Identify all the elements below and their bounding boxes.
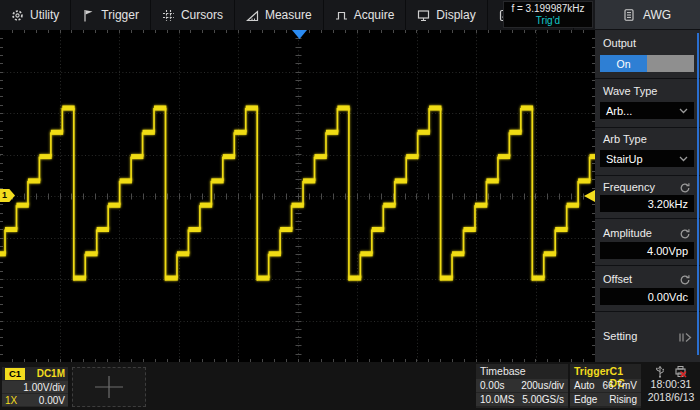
trigger-type: Edge [574,393,597,406]
gear-icon [11,9,24,22]
timebase-row2: 10.0MS 5.00GS/s [476,393,568,406]
chevron-down-icon [679,156,688,162]
menu-item-label: Measure [265,8,312,22]
amplitude-value-field[interactable]: 4.00Vpp [600,242,694,259]
separator [595,311,700,312]
frequency-counter: f = 3.199987kHz Trig'd [503,1,593,28]
output-toggle-on[interactable]: On [600,55,647,72]
output-toggle[interactable]: On [600,55,694,72]
menu-item-label: Cursors [181,8,223,22]
list-icon [624,9,634,21]
timebase-delay: 0.00s [480,379,504,392]
add-channel-box[interactable] [72,367,146,407]
channel1-probe: 1X [5,395,17,406]
menu-item-label: Display [436,8,475,22]
system-time: 18:00:31 [644,378,698,391]
amplitude-value: 4.00Vpp [647,245,688,257]
frequency-label: Frequency [603,181,655,193]
offset-label: Offset [603,273,632,285]
menu-item-label: Acquire [354,8,395,22]
expand-icon[interactable] [678,329,692,347]
menu-item-label: Trigger [101,8,139,22]
output-toggle-off[interactable] [647,55,694,72]
frequency-value-field[interactable]: 3.20kHz [600,195,694,212]
menu-item-utility[interactable]: Utility [0,0,71,30]
channel1-info-box[interactable]: C1 DC1M 1.00V/div 1X 0.00V [2,367,68,407]
trigger-box[interactable]: Trigger C1 DC Auto 66.7mV Edge Rising [570,364,641,408]
menu-item-trigger[interactable]: Trigger [71,0,151,30]
timebase-row1: 0.00s 200us/div [476,379,568,392]
status-bar: C1 DC1M 1.00V/div 1X 0.00V Timebase 0.00… [0,362,700,410]
offset-value: 0.00Vdc [648,291,688,303]
menu-item-display[interactable]: Display [406,0,487,30]
cursors-grid-icon [162,9,175,22]
arb-type-label: Arb Type [603,133,647,145]
channel1-coupling: DC1M [37,368,65,379]
arb-type-dropdown[interactable]: StairUp [600,150,694,167]
channel1-badge[interactable]: C1 [5,368,25,380]
usb-icon [655,365,665,378]
timebase-box[interactable]: Timebase 0.00s 200us/div 10.0MS 5.00GS/s [476,364,568,408]
system-info: 18:00:31 2018/6/13 [644,364,698,404]
counter-frequency: f = 3.199987kHz [511,3,584,15]
trigger-mode: Auto [574,379,595,392]
arb-type-value: StairUp [606,153,643,165]
channel1-scale-row: 1.00V/div [2,381,68,393]
trigger-level: 66.7mV [603,379,637,392]
menu-item-acquire[interactable]: Acquire [324,0,407,30]
wave-type-label: Wave Type [603,85,657,97]
awg-panel-header[interactable]: AWG [595,0,700,30]
menu-item-label: Utility [30,8,59,22]
awg-panel-title: AWG [643,8,671,22]
channel1-scale: 1.00V/div [23,382,65,393]
acquire-pulse-icon [335,9,348,22]
timebase-memory: 10.0MS [480,393,514,406]
timebase-title: Timebase [480,365,526,378]
channel1-header-row: C1 DC1M [2,367,68,380]
separator [595,78,700,79]
timebase-header: Timebase [476,364,568,378]
chevron-down-icon [679,108,688,114]
wave-type-value: Arb... [606,105,632,117]
output-label: Output [603,37,636,49]
setting-label[interactable]: Setting [603,330,637,342]
separator [595,175,700,176]
channel1-marker-label: 1 [2,190,7,200]
trigger-slope: Rising [609,393,637,406]
timebase-sample-rate: 5.00GS/s [522,393,564,406]
offset-value-field[interactable]: 0.00Vdc [600,288,694,305]
trigger-source: C1 DC [610,365,637,378]
channel1-offset: 0.00V [39,395,65,406]
separator [595,265,700,266]
trigger-title: Trigger [574,365,610,378]
channel1-offset-row: 1X 0.00V [2,394,68,406]
menu-item-measure[interactable]: Measure [235,0,324,30]
waveform-canvas [0,30,595,362]
trigger-header: Trigger C1 DC [570,364,641,378]
panel-scrollbar[interactable] [697,33,699,355]
separator [595,127,700,128]
plus-crosshair-icon [92,374,126,400]
separator [595,218,700,219]
printer-error-icon [674,365,687,378]
oscilloscope-screen: Utility Trigger Cursors Measure Acquire … [0,0,700,410]
awg-panel: AWG Output On Wave Type Arb... Arb Type … [595,0,700,362]
wave-type-dropdown[interactable]: Arb... [600,102,694,119]
display-monitor-icon [417,9,430,22]
measure-triangle-icon [246,9,259,22]
graticule-area [0,30,595,362]
timebase-scale: 200us/div [521,379,564,392]
menu-item-cursors[interactable]: Cursors [151,0,235,30]
trigger-row2: Edge Rising [570,393,641,406]
trigger-row1: Auto 66.7mV [570,379,641,392]
flag-icon [82,9,95,22]
frequency-value: 3.20kHz [648,198,688,210]
trigger-status: Trig'd [536,15,560,27]
system-date: 2018/6/13 [644,391,698,404]
amplitude-label: Amplitude [603,227,652,239]
